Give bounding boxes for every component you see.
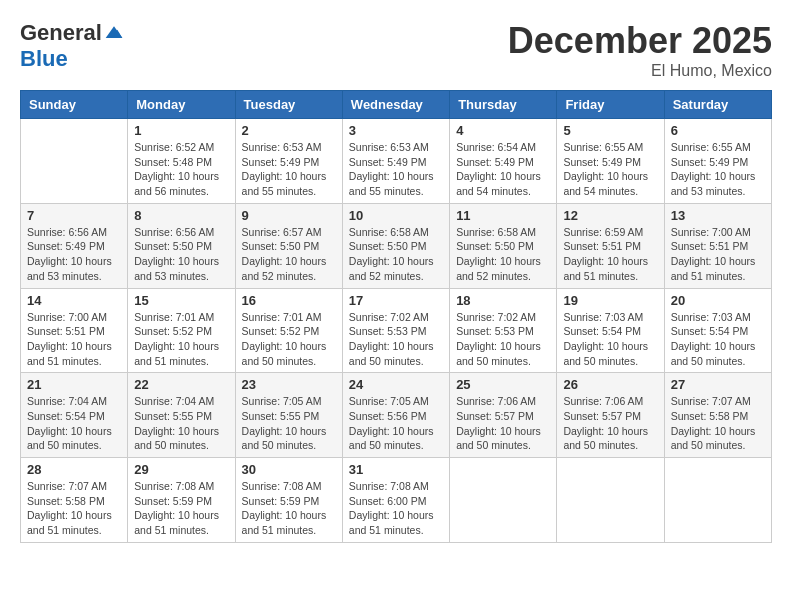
day-info: Sunrise: 7:00 AM Sunset: 5:51 PM Dayligh… <box>27 310 121 369</box>
day-number: 19 <box>563 293 657 308</box>
day-number: 14 <box>27 293 121 308</box>
day-info: Sunrise: 7:07 AM Sunset: 5:58 PM Dayligh… <box>27 479 121 538</box>
day-number: 13 <box>671 208 765 223</box>
calendar-cell <box>21 119 128 204</box>
header-friday: Friday <box>557 91 664 119</box>
day-number: 5 <box>563 123 657 138</box>
day-number: 26 <box>563 377 657 392</box>
calendar-cell: 1Sunrise: 6:52 AM Sunset: 5:48 PM Daylig… <box>128 119 235 204</box>
calendar-cell: 20Sunrise: 7:03 AM Sunset: 5:54 PM Dayli… <box>664 288 771 373</box>
calendar-cell: 17Sunrise: 7:02 AM Sunset: 5:53 PM Dayli… <box>342 288 449 373</box>
calendar-cell: 22Sunrise: 7:04 AM Sunset: 5:55 PM Dayli… <box>128 373 235 458</box>
header-sunday: Sunday <box>21 91 128 119</box>
day-number: 31 <box>349 462 443 477</box>
calendar-week-row: 14Sunrise: 7:00 AM Sunset: 5:51 PM Dayli… <box>21 288 772 373</box>
day-number: 16 <box>242 293 336 308</box>
day-number: 9 <box>242 208 336 223</box>
calendar-cell: 24Sunrise: 7:05 AM Sunset: 5:56 PM Dayli… <box>342 373 449 458</box>
calendar-cell: 2Sunrise: 6:53 AM Sunset: 5:49 PM Daylig… <box>235 119 342 204</box>
calendar-cell: 19Sunrise: 7:03 AM Sunset: 5:54 PM Dayli… <box>557 288 664 373</box>
day-info: Sunrise: 7:02 AM Sunset: 5:53 PM Dayligh… <box>456 310 550 369</box>
calendar-cell: 27Sunrise: 7:07 AM Sunset: 5:58 PM Dayli… <box>664 373 771 458</box>
day-info: Sunrise: 6:58 AM Sunset: 5:50 PM Dayligh… <box>456 225 550 284</box>
day-number: 10 <box>349 208 443 223</box>
day-number: 28 <box>27 462 121 477</box>
calendar-cell: 25Sunrise: 7:06 AM Sunset: 5:57 PM Dayli… <box>450 373 557 458</box>
title-block: December 2025 El Humo, Mexico <box>508 20 772 80</box>
day-info: Sunrise: 6:57 AM Sunset: 5:50 PM Dayligh… <box>242 225 336 284</box>
day-info: Sunrise: 7:08 AM Sunset: 5:59 PM Dayligh… <box>242 479 336 538</box>
calendar-week-row: 7Sunrise: 6:56 AM Sunset: 5:49 PM Daylig… <box>21 203 772 288</box>
day-number: 24 <box>349 377 443 392</box>
day-number: 27 <box>671 377 765 392</box>
calendar-cell: 30Sunrise: 7:08 AM Sunset: 5:59 PM Dayli… <box>235 458 342 543</box>
day-info: Sunrise: 6:59 AM Sunset: 5:51 PM Dayligh… <box>563 225 657 284</box>
calendar-cell: 4Sunrise: 6:54 AM Sunset: 5:49 PM Daylig… <box>450 119 557 204</box>
header-tuesday: Tuesday <box>235 91 342 119</box>
header-wednesday: Wednesday <box>342 91 449 119</box>
day-info: Sunrise: 7:02 AM Sunset: 5:53 PM Dayligh… <box>349 310 443 369</box>
day-info: Sunrise: 6:53 AM Sunset: 5:49 PM Dayligh… <box>349 140 443 199</box>
day-info: Sunrise: 7:06 AM Sunset: 5:57 PM Dayligh… <box>563 394 657 453</box>
day-info: Sunrise: 7:00 AM Sunset: 5:51 PM Dayligh… <box>671 225 765 284</box>
day-number: 6 <box>671 123 765 138</box>
calendar-cell <box>557 458 664 543</box>
calendar-cell <box>664 458 771 543</box>
location: El Humo, Mexico <box>508 62 772 80</box>
day-info: Sunrise: 7:01 AM Sunset: 5:52 PM Dayligh… <box>242 310 336 369</box>
day-info: Sunrise: 7:03 AM Sunset: 5:54 PM Dayligh… <box>563 310 657 369</box>
day-info: Sunrise: 7:04 AM Sunset: 5:55 PM Dayligh… <box>134 394 228 453</box>
calendar-week-row: 21Sunrise: 7:04 AM Sunset: 5:54 PM Dayli… <box>21 373 772 458</box>
day-info: Sunrise: 6:54 AM Sunset: 5:49 PM Dayligh… <box>456 140 550 199</box>
day-info: Sunrise: 7:03 AM Sunset: 5:54 PM Dayligh… <box>671 310 765 369</box>
day-number: 1 <box>134 123 228 138</box>
calendar-cell: 5Sunrise: 6:55 AM Sunset: 5:49 PM Daylig… <box>557 119 664 204</box>
day-info: Sunrise: 6:56 AM Sunset: 5:49 PM Dayligh… <box>27 225 121 284</box>
day-number: 12 <box>563 208 657 223</box>
day-number: 18 <box>456 293 550 308</box>
month-title: December 2025 <box>508 20 772 62</box>
day-info: Sunrise: 6:58 AM Sunset: 5:50 PM Dayligh… <box>349 225 443 284</box>
calendar-cell: 28Sunrise: 7:07 AM Sunset: 5:58 PM Dayli… <box>21 458 128 543</box>
calendar-cell: 23Sunrise: 7:05 AM Sunset: 5:55 PM Dayli… <box>235 373 342 458</box>
header-thursday: Thursday <box>450 91 557 119</box>
calendar-cell: 31Sunrise: 7:08 AM Sunset: 6:00 PM Dayli… <box>342 458 449 543</box>
day-number: 25 <box>456 377 550 392</box>
day-info: Sunrise: 6:53 AM Sunset: 5:49 PM Dayligh… <box>242 140 336 199</box>
day-info: Sunrise: 7:04 AM Sunset: 5:54 PM Dayligh… <box>27 394 121 453</box>
day-number: 7 <box>27 208 121 223</box>
logo: General Blue <box>20 20 124 72</box>
logo-general-text: General <box>20 20 102 46</box>
calendar-cell <box>450 458 557 543</box>
calendar-cell: 3Sunrise: 6:53 AM Sunset: 5:49 PM Daylig… <box>342 119 449 204</box>
calendar-cell: 8Sunrise: 6:56 AM Sunset: 5:50 PM Daylig… <box>128 203 235 288</box>
day-info: Sunrise: 7:05 AM Sunset: 5:55 PM Dayligh… <box>242 394 336 453</box>
day-number: 30 <box>242 462 336 477</box>
day-number: 8 <box>134 208 228 223</box>
calendar-cell: 26Sunrise: 7:06 AM Sunset: 5:57 PM Dayli… <box>557 373 664 458</box>
calendar-cell: 13Sunrise: 7:00 AM Sunset: 5:51 PM Dayli… <box>664 203 771 288</box>
day-info: Sunrise: 7:06 AM Sunset: 5:57 PM Dayligh… <box>456 394 550 453</box>
day-number: 2 <box>242 123 336 138</box>
day-info: Sunrise: 6:52 AM Sunset: 5:48 PM Dayligh… <box>134 140 228 199</box>
logo-blue-text: Blue <box>20 46 68 72</box>
day-number: 29 <box>134 462 228 477</box>
calendar-cell: 11Sunrise: 6:58 AM Sunset: 5:50 PM Dayli… <box>450 203 557 288</box>
day-info: Sunrise: 7:05 AM Sunset: 5:56 PM Dayligh… <box>349 394 443 453</box>
day-info: Sunrise: 6:55 AM Sunset: 5:49 PM Dayligh… <box>563 140 657 199</box>
day-number: 21 <box>27 377 121 392</box>
day-info: Sunrise: 7:08 AM Sunset: 6:00 PM Dayligh… <box>349 479 443 538</box>
header-saturday: Saturday <box>664 91 771 119</box>
logo-icon <box>104 23 124 43</box>
day-info: Sunrise: 7:01 AM Sunset: 5:52 PM Dayligh… <box>134 310 228 369</box>
calendar-cell: 29Sunrise: 7:08 AM Sunset: 5:59 PM Dayli… <box>128 458 235 543</box>
calendar-cell: 6Sunrise: 6:55 AM Sunset: 5:49 PM Daylig… <box>664 119 771 204</box>
header-monday: Monday <box>128 91 235 119</box>
day-number: 4 <box>456 123 550 138</box>
page-header: General Blue December 2025 El Humo, Mexi… <box>20 20 772 80</box>
day-number: 17 <box>349 293 443 308</box>
calendar-week-row: 1Sunrise: 6:52 AM Sunset: 5:48 PM Daylig… <box>21 119 772 204</box>
day-number: 23 <box>242 377 336 392</box>
day-number: 20 <box>671 293 765 308</box>
calendar-cell: 18Sunrise: 7:02 AM Sunset: 5:53 PM Dayli… <box>450 288 557 373</box>
